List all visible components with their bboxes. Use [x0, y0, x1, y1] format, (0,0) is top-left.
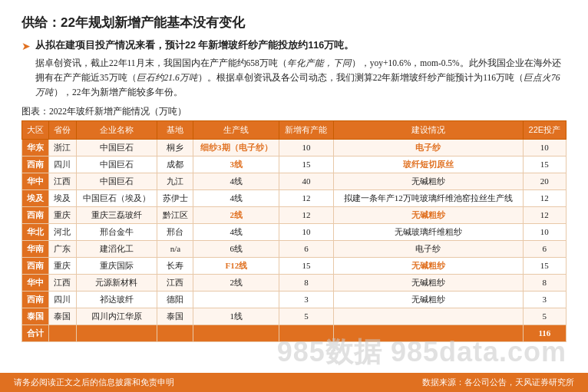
cell-region: 华中	[22, 274, 49, 291]
cell-company: 四川内江华原	[76, 308, 157, 324]
col-header-region: 大区	[22, 120, 49, 139]
cell-base: 苏伊士	[157, 189, 193, 206]
table-row: 华北河北邢台金牛邢台4线10无碱玻璃纤维粗纱10	[22, 223, 567, 240]
total-cell-3	[157, 324, 193, 341]
cell-status: 玻纤短切原丝	[333, 156, 523, 173]
cell-company: 中国巨石	[76, 139, 157, 156]
cell-base: 成都	[157, 156, 193, 173]
table-row: 华南广东建滔化工n/a6线6电子纱6	[22, 240, 567, 257]
cell-status: 电子纱	[333, 240, 523, 257]
cell-capacity: 15	[279, 156, 334, 173]
cell-line: 4线	[193, 173, 279, 189]
page-title: 供给：22年规划新增产能基本没有变化	[21, 14, 567, 31]
cell-status: 无碱粗纱	[333, 206, 523, 223]
cell-line: 2线	[193, 274, 279, 291]
col-header-base: 基地	[157, 120, 193, 139]
table-row: 西南重庆重庆三磊玻纤黔江区2线12无碱粗纱12	[22, 206, 567, 223]
cell-line: 3线	[193, 156, 279, 173]
cell-status: 无碱粗纱	[333, 173, 523, 189]
table-row: 埃及埃及中国巨石（埃及）苏伊士4线12拟建一条年产12万吨玻璃纤维池窑拉丝生产线…	[22, 189, 567, 206]
cell-region: 西南	[22, 257, 49, 274]
cell-line: 6线	[193, 240, 279, 257]
cell-production: 15	[523, 156, 566, 173]
cell-company: 邢台金牛	[76, 223, 157, 240]
cell-capacity: 12	[279, 206, 334, 223]
cell-capacity: 3	[279, 291, 334, 308]
cell-status: 无碱粗纱	[333, 291, 523, 308]
cell-base: 桐乡	[157, 139, 193, 156]
cell-line: 2线	[193, 206, 279, 223]
cell-production: 6	[523, 240, 566, 257]
cell-production: 5	[523, 308, 566, 324]
cell-production: 12	[523, 206, 566, 223]
table-row: 华中江西元源新材料江西2线8无碱粗纱8	[22, 274, 567, 291]
cell-province: 泰国	[49, 308, 76, 324]
cell-province: 广东	[49, 240, 76, 257]
cell-capacity: 15	[279, 257, 334, 274]
total-cell-4	[193, 324, 279, 341]
cell-region: 西南	[22, 156, 49, 173]
table-total-row: 合计116	[22, 324, 567, 341]
cell-company: 祁达玻纤	[76, 291, 157, 308]
col-header-line: 生产线	[193, 120, 279, 139]
cell-status: 无碱粗纱	[333, 257, 523, 274]
cell-capacity: 10	[279, 223, 334, 240]
total-cell-2	[76, 324, 157, 341]
cell-base: 泰国	[157, 308, 193, 324]
table-row: 西南四川中国巨石成都3线15玻纤短切原丝15	[22, 156, 567, 173]
cell-province: 浙江	[49, 139, 76, 156]
table-caption: 图表：2022年玻纤新增产能情况（万吨）	[21, 106, 567, 117]
col-header-company: 企业名称	[76, 120, 157, 139]
table-row: 西南重庆重庆国际长寿F12线15无碱粗纱15	[22, 257, 567, 274]
cell-capacity: 40	[279, 173, 334, 189]
cell-province: 河北	[49, 223, 76, 240]
table-row: 华东浙江中国巨石桐乡细纱3期（电子纱）10电子纱10	[22, 139, 567, 156]
cell-region: 埃及	[22, 189, 49, 206]
table-row: 泰国泰国四川内江华原泰国1线55	[22, 308, 567, 324]
cell-line: 4线	[193, 189, 279, 206]
total-cell-5	[279, 324, 334, 341]
cell-region: 华中	[22, 173, 49, 189]
cell-province: 江西	[49, 274, 76, 291]
cell-company: 中国巨石	[76, 173, 157, 189]
cell-base: n/a	[157, 240, 193, 257]
cell-capacity: 8	[279, 274, 334, 291]
cell-production: 15	[523, 257, 566, 274]
cell-region: 西南	[22, 291, 49, 308]
cell-production: 3	[523, 291, 566, 308]
cell-capacity: 5	[279, 308, 334, 324]
cell-company: 中国巨石（埃及）	[76, 189, 157, 206]
cell-region: 华南	[22, 240, 49, 257]
cell-province: 四川	[49, 291, 76, 308]
bullet-section: ➤ 从拟在建项目投产情况来看，预计22 年新增玻纤纱产能投放约116万吨。 据卓…	[21, 39, 567, 100]
cell-production: 8	[523, 274, 566, 291]
cell-province: 重庆	[49, 206, 76, 223]
cell-production: 20	[523, 173, 566, 189]
footer-disclaimer: 请务必阅读正文之后的信息披露和免责申明	[14, 377, 174, 388]
cell-province: 埃及	[49, 189, 76, 206]
cell-company: 中国巨石	[76, 156, 157, 173]
cell-base: 邢台	[157, 223, 193, 240]
cell-company: 重庆三磊玻纤	[76, 206, 157, 223]
cell-line: 4线	[193, 223, 279, 240]
cell-line: F12线	[193, 257, 279, 274]
table-row: 西南四川祁达玻纤德阳3无碱粗纱3	[22, 291, 567, 308]
table-row: 华中江西中国巨石九江4线40无碱粗纱20	[22, 173, 567, 189]
cell-region: 华东	[22, 139, 49, 156]
cell-status: 拟建一条年产12万吨玻璃纤维池窑拉丝生产线	[333, 189, 523, 206]
bullet-row: ➤ 从拟在建项目投产情况来看，预计22 年新增玻纤纱产能投放约116万吨。	[21, 39, 567, 53]
col-header-capacity: 新增有产能	[279, 120, 334, 139]
cell-line: 细纱3期（电子纱）	[193, 139, 279, 156]
cell-capacity: 10	[279, 139, 334, 156]
cell-base: 长寿	[157, 257, 193, 274]
cell-capacity: 12	[279, 189, 334, 206]
total-cell-1	[49, 324, 76, 341]
cell-base: 江西	[157, 274, 193, 291]
cell-province: 重庆	[49, 257, 76, 274]
total-cell-6	[333, 324, 523, 341]
footer-source: 数据来源：各公司公告，天风证券研究所	[422, 377, 574, 388]
footer-bar: 请务必阅读正文之后的信息披露和免责申明 数据来源：各公司公告，天风证券研究所	[0, 373, 588, 392]
bullet-arrow-icon: ➤	[21, 40, 31, 53]
cell-production: 10	[523, 139, 566, 156]
cell-region: 华北	[22, 223, 49, 240]
